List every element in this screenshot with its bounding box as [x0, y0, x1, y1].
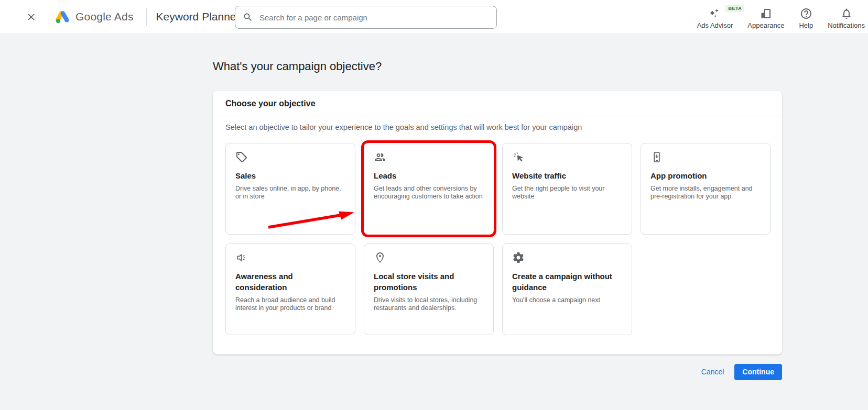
footer-actions: Cancel Continue	[701, 363, 782, 380]
help-icon	[800, 7, 812, 20]
objective-card-local-store[interactable]: Local store visits and promotions Drive …	[364, 243, 494, 335]
objective-title: Local store visits and promotions	[374, 271, 484, 293]
topbar-actions: BETA Ads Advisor Appearance	[697, 0, 865, 34]
search-icon	[243, 12, 253, 23]
notifications-label: Notifications	[828, 21, 865, 29]
objective-card-app-promotion[interactable]: App promotion Get more installs, engagem…	[641, 143, 771, 235]
objective-title: Sales	[235, 170, 345, 181]
gear-icon	[512, 251, 622, 264]
brand-name: Google Ads	[75, 10, 134, 23]
top-bar: Google Ads Keyword Planner BETA Ads Advi…	[0, 0, 868, 34]
appearance-label: Appearance	[747, 21, 784, 29]
objective-title: Awareness and consideration	[235, 271, 345, 293]
beta-badge: BETA	[725, 5, 744, 12]
app-title: Keyword Planner	[156, 10, 240, 23]
phone-download-icon	[650, 151, 761, 163]
objective-description: Get leads and other conversions by encou…	[374, 185, 484, 200]
objective-description: You'll choose a campaign next	[512, 296, 622, 304]
search-box[interactable]	[235, 6, 497, 29]
card-header: Choose your objective	[213, 91, 782, 116]
objective-description: Drive visits to local stores, including …	[374, 296, 484, 312]
choose-objective-card: Choose your objective Select an objectiv…	[213, 91, 782, 354]
objective-card-sales[interactable]: Sales Drive sales online, in app, by pho…	[225, 143, 355, 235]
objective-title: App promotion	[650, 170, 761, 181]
ads-advisor-button[interactable]: BETA Ads Advisor	[697, 5, 733, 29]
help-label: Help	[799, 21, 813, 29]
objective-title: Create a campaign without guidance	[512, 271, 622, 293]
objective-card-leads[interactable]: Leads Get leads and other conversions by…	[364, 143, 494, 235]
continue-button[interactable]: Continue	[734, 364, 782, 380]
notifications-button[interactable]: Notifications	[828, 5, 865, 29]
appearance-button[interactable]: Appearance	[747, 5, 784, 29]
bell-icon	[840, 7, 853, 20]
objective-card-awareness[interactable]: Awareness and consideration Reach a broa…	[225, 243, 355, 335]
tag-icon	[235, 151, 345, 163]
objective-title: Website traffic	[512, 170, 622, 181]
help-button[interactable]: Help	[799, 5, 813, 29]
google-ads-logo-icon[interactable]	[55, 9, 70, 25]
objective-description: Reach a broad audience and build interes…	[235, 296, 345, 312]
objective-description: Drive sales online, in app, by phone, or…	[235, 185, 345, 200]
search-input[interactable]	[259, 13, 489, 22]
ads-advisor-label: Ads Advisor	[697, 21, 733, 29]
card-title: Choose your objective	[225, 99, 316, 108]
page-title: What's your campaign objective?	[213, 60, 382, 73]
objective-description: Get the right people to visit your websi…	[512, 185, 622, 200]
objective-description: Get more installs, engagement and pre-re…	[650, 185, 761, 200]
cancel-button[interactable]: Cancel	[701, 368, 724, 376]
megaphone-icon	[235, 251, 345, 264]
objective-card-website-traffic[interactable]: Website traffic Get the right people to …	[502, 143, 632, 235]
appearance-icon	[760, 7, 772, 20]
objective-card-without-guidance[interactable]: Create a campaign without guidance You'l…	[502, 243, 632, 335]
location-pin-icon	[374, 251, 484, 264]
topbar-divider	[146, 8, 147, 26]
people-icon	[374, 151, 484, 163]
cursor-icon	[512, 151, 622, 163]
sparkle-icon	[709, 7, 721, 20]
objective-title: Leads	[374, 170, 484, 181]
card-subtitle: Select an objective to tailor your exper…	[225, 123, 769, 131]
close-icon[interactable]	[25, 11, 37, 23]
objectives-grid: Sales Drive sales online, in app, by pho…	[225, 143, 769, 335]
